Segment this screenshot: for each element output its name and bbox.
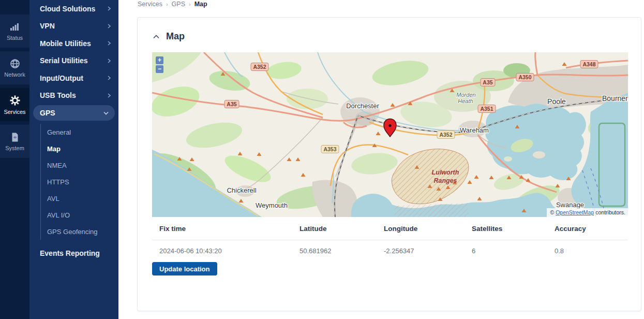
chevron-right-icon bbox=[107, 76, 111, 80]
map-zoom-in-button[interactable]: + bbox=[156, 56, 163, 64]
menu-item-gps-active[interactable]: GPS bbox=[33, 105, 115, 121]
chevron-right-icon bbox=[107, 24, 111, 28]
card-title: Map bbox=[166, 31, 185, 42]
map-town-label: Dorchester bbox=[346, 102, 379, 110]
satellites-value: 6 bbox=[465, 247, 547, 255]
chevron-right-icon bbox=[107, 41, 111, 46]
breadcrumb-separator: › bbox=[166, 1, 168, 7]
column-header-fix-time: Fix time bbox=[152, 225, 292, 233]
map-town-label: Bournemouth bbox=[602, 94, 628, 103]
collapse-section-button[interactable] bbox=[152, 34, 160, 40]
longitude-value: -2.256347 bbox=[377, 247, 465, 255]
openstreetmap-link[interactable]: OpenStreetMap bbox=[556, 209, 594, 215]
attribution-suffix: contributors. bbox=[595, 209, 625, 215]
submenu-item-nmea[interactable]: NMEA bbox=[41, 157, 118, 173]
submenu-item-https[interactable]: HTTPS bbox=[41, 173, 118, 190]
column-header-longitude: Longitude bbox=[377, 225, 465, 233]
rail-item-system[interactable]: ‹› System bbox=[0, 125, 29, 158]
rail-item-label: System bbox=[5, 145, 24, 151]
gps-fix-table: Fix time Latitude Longitude Satellites A… bbox=[152, 217, 628, 276]
svg-text:A35: A35 bbox=[483, 79, 492, 85]
table-header-row: Fix time Latitude Longitude Satellites A… bbox=[152, 217, 628, 240]
breadcrumb: Services › GPS › Map bbox=[138, 1, 207, 8]
menu-item-label: Input/Output bbox=[40, 74, 83, 82]
chevron-up-icon bbox=[153, 35, 159, 39]
svg-text:A350: A350 bbox=[518, 74, 531, 80]
submenu-item-map[interactable]: Map bbox=[41, 140, 118, 157]
rail-item-services[interactable]: Services bbox=[0, 88, 29, 121]
svg-text:A352: A352 bbox=[439, 132, 452, 138]
chevron-right-icon bbox=[107, 6, 111, 11]
map-area-label: Lulworth bbox=[432, 169, 459, 176]
map-town-label: Poole bbox=[547, 97, 566, 106]
map-area-label: Heath bbox=[458, 98, 473, 104]
menu-item-label: Events Reporting bbox=[40, 249, 100, 257]
fix-time-value: 2024-06-06 10:43:20 bbox=[152, 247, 292, 255]
svg-text:A348: A348 bbox=[582, 61, 595, 67]
icon-rail: Status Network Services ‹› System bbox=[0, 0, 29, 319]
map-town-label: Chickerell bbox=[227, 186, 256, 194]
chevron-right-icon bbox=[107, 59, 111, 63]
globe-icon bbox=[10, 59, 20, 69]
breadcrumb-services[interactable]: Services bbox=[138, 1, 162, 8]
menu-item-label: Mobile Utilities bbox=[40, 39, 91, 48]
rail-item-status[interactable]: Status bbox=[0, 15, 29, 48]
rail-item-label: Status bbox=[7, 35, 23, 41]
map-card: Map bbox=[137, 17, 641, 311]
services-menu-panel: Cloud Solutions VPN Mobile Utilities Ser… bbox=[29, 0, 118, 319]
column-header-satellites: Satellites bbox=[465, 225, 547, 233]
menu-item-label: Cloud Solutions bbox=[40, 5, 95, 13]
update-location-button[interactable]: Update location bbox=[152, 262, 217, 276]
menu-item-label: VPN bbox=[40, 22, 55, 30]
map-attribution: © OpenStreetMap contributors. bbox=[547, 208, 628, 217]
submenu-item-gps-geofencing[interactable]: GPS Geofencing bbox=[41, 223, 118, 240]
map-town-label: Wareham bbox=[460, 126, 489, 134]
sim-card-icon: ‹› bbox=[10, 132, 20, 142]
gps-submenu: General Map NMEA HTTPS AVL AVL I/O GPS G… bbox=[40, 124, 118, 240]
breadcrumb-gps[interactable]: GPS bbox=[172, 1, 185, 8]
menu-item-serial-utilities[interactable]: Serial Utilities bbox=[29, 52, 118, 70]
map-image: A352 A35 A353 A352 A351 A35 A350 A348 Do… bbox=[152, 52, 628, 217]
signal-bars-icon bbox=[9, 22, 21, 32]
breadcrumb-map: Map bbox=[194, 1, 207, 8]
map-area-label: Ranges bbox=[433, 177, 457, 184]
menu-item-label: GPS bbox=[40, 109, 55, 117]
menu-item-usb-tools[interactable]: USB Tools bbox=[29, 87, 118, 105]
breadcrumb-separator: › bbox=[189, 1, 191, 7]
map-zoom-controls: + − bbox=[156, 56, 163, 73]
chevron-right-icon bbox=[107, 93, 111, 98]
rail-item-label: Services bbox=[4, 109, 25, 115]
copyright-symbol: © bbox=[550, 209, 554, 215]
svg-text:A353: A353 bbox=[323, 146, 336, 152]
menu-item-mobile-utilities[interactable]: Mobile Utilities bbox=[29, 35, 118, 52]
main-content: Services › GPS › Map Map bbox=[118, 0, 644, 319]
menu-item-cloud-solutions[interactable]: Cloud Solutions bbox=[29, 0, 118, 18]
svg-text:A351: A351 bbox=[480, 106, 493, 112]
map-canvas[interactable]: A352 A35 A353 A352 A351 A35 A350 A348 Do… bbox=[152, 52, 628, 217]
svg-text:‹›: ‹› bbox=[13, 135, 17, 140]
rail-item-network[interactable]: Network bbox=[0, 51, 29, 84]
rail-item-label: Network bbox=[4, 71, 25, 78]
map-zoom-out-button[interactable]: − bbox=[156, 65, 163, 73]
gear-icon bbox=[9, 95, 21, 106]
menu-item-label: USB Tools bbox=[40, 91, 76, 99]
column-header-accuracy: Accuracy bbox=[547, 225, 628, 233]
map-town-label: Weymouth bbox=[256, 201, 288, 209]
svg-text:A35: A35 bbox=[227, 101, 236, 107]
card-header: Map bbox=[152, 31, 185, 42]
submenu-item-avl[interactable]: AVL bbox=[41, 190, 118, 207]
map-town-label: Swanage bbox=[556, 201, 584, 209]
submenu-item-general[interactable]: General bbox=[41, 124, 118, 140]
submenu-item-avl-io[interactable]: AVL I/O bbox=[41, 207, 118, 223]
menu-item-label: Serial Utilities bbox=[40, 56, 88, 65]
menu-item-input-output[interactable]: Input/Output bbox=[29, 69, 118, 87]
map-area-label: Morden bbox=[456, 92, 475, 98]
accuracy-value: 0.8 bbox=[547, 247, 628, 255]
menu-item-vpn[interactable]: VPN bbox=[29, 18, 118, 35]
latitude-value: 50.681962 bbox=[292, 247, 377, 255]
table-row: 2024-06-06 10:43:20 50.681962 -2.256347 … bbox=[152, 240, 628, 261]
chevron-down-icon bbox=[103, 111, 109, 115]
column-header-latitude: Latitude bbox=[292, 225, 377, 233]
menu-item-events-reporting[interactable]: Events Reporting bbox=[29, 244, 118, 262]
svg-text:A352: A352 bbox=[253, 64, 266, 70]
